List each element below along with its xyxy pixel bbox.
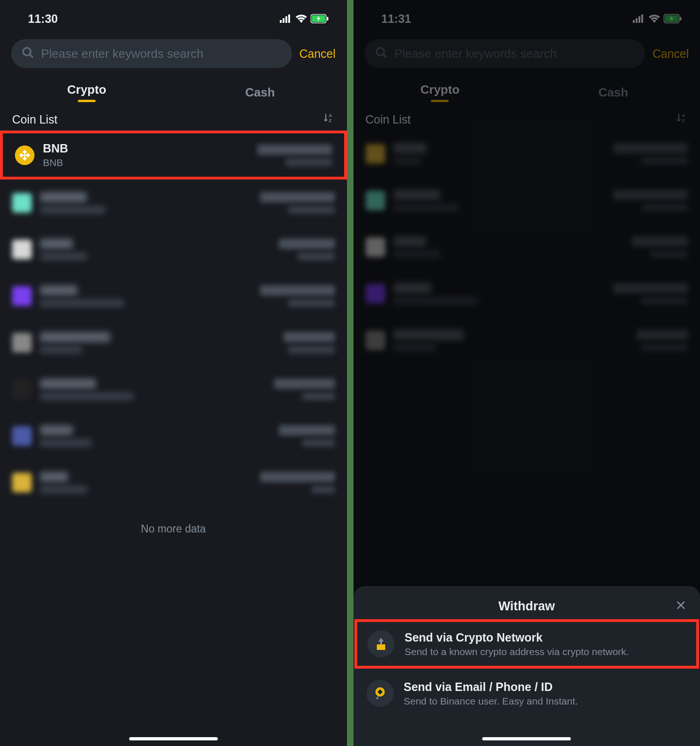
coin-icon-blur [12, 473, 32, 492]
tab-cash[interactable]: Cash [173, 76, 347, 108]
svg-rect-2 [285, 16, 287, 23]
bnb-icon [15, 145, 35, 165]
coin-balance [637, 330, 688, 351]
coin-balance [632, 236, 688, 258]
svg-rect-17 [680, 17, 681, 21]
coin-icon-blur [366, 144, 385, 164]
coin-list: BNB BNB [0, 131, 347, 552]
coin-info [394, 283, 605, 304]
tabs: Crypto Cash [353, 76, 700, 108]
coin-row-blur[interactable] [0, 366, 347, 413]
coin-info [40, 285, 252, 307]
svg-rect-6 [327, 17, 328, 21]
status-bar: 11:30 [0, 0, 347, 33]
coin-list [353, 131, 700, 364]
search-row: Cancel [0, 33, 347, 72]
svg-line-19 [383, 55, 386, 58]
send-user-icon [367, 680, 394, 707]
coin-row-blur[interactable] [0, 413, 347, 459]
coin-row-blur[interactable] [0, 459, 347, 506]
sheet-header: Withdraw [353, 599, 700, 619]
cancel-button[interactable]: Cancel [652, 47, 689, 61]
coin-list-header: Coin List AZ [353, 108, 700, 131]
tab-label: Cash [598, 85, 628, 100]
coin-row-blur[interactable] [353, 317, 700, 364]
battery-charging-icon [311, 14, 328, 23]
svg-text:Z: Z [682, 118, 685, 123]
sheet-title: Withdraw [499, 599, 555, 614]
search-icon [21, 46, 35, 61]
option-sub: Send to Binance user. Easy and Instant. [404, 696, 687, 707]
search-box[interactable] [365, 39, 645, 68]
coin-info: BNB BNB [43, 142, 249, 168]
coin-name: BNB [43, 142, 249, 155]
cancel-button[interactable]: Cancel [299, 47, 336, 61]
tab-label: Crypto [420, 83, 459, 97]
phone-left: 11:30 Cancel Crypto Cash [0, 0, 347, 746]
sort-az-icon[interactable]: AZ [676, 112, 688, 127]
status-time: 11:30 [28, 12, 58, 26]
coin-list-header: Coin List AZ [0, 108, 347, 131]
svg-rect-14 [641, 14, 643, 23]
svg-point-7 [23, 48, 31, 55]
coin-icon-blur [12, 240, 32, 259]
coin-info [40, 472, 252, 493]
option-send-crypto-network[interactable]: Send via Crypto Network Send to a known … [354, 619, 700, 669]
svg-rect-24 [377, 644, 385, 650]
option-send-email-phone-id[interactable]: Send via Email / Phone / ID Send to Bina… [353, 669, 700, 718]
coin-row-blur[interactable] [0, 273, 347, 319]
wifi-icon [649, 14, 660, 23]
tab-label: Crypto [67, 83, 106, 97]
sort-az-icon[interactable]: AZ [323, 112, 335, 127]
coin-info [394, 190, 605, 211]
coin-balance [279, 239, 335, 260]
coin-icon-blur [366, 237, 385, 257]
svg-rect-3 [288, 14, 290, 23]
coin-balance [257, 145, 332, 166]
coin-list-title: Coin List [366, 113, 411, 126]
coin-icon-blur [366, 284, 385, 304]
home-indicator[interactable] [482, 737, 571, 740]
svg-rect-11 [633, 20, 635, 23]
coin-info [40, 379, 266, 400]
option-text: Send via Email / Phone / ID Send to Bina… [404, 680, 687, 707]
coin-row-blur[interactable] [0, 319, 347, 366]
balance-sub-blur [285, 159, 332, 166]
svg-rect-12 [636, 18, 638, 23]
coin-row-blur[interactable] [353, 270, 700, 317]
coin-icon-blur [12, 286, 32, 306]
svg-text:Z: Z [329, 118, 332, 123]
coin-info [40, 239, 270, 260]
coin-icon-blur [12, 426, 32, 446]
coin-row-blur[interactable] [353, 131, 700, 177]
tab-cash[interactable]: Cash [527, 76, 700, 108]
tab-indicator [431, 100, 449, 102]
coin-balance [284, 332, 335, 353]
coin-info [394, 143, 605, 165]
no-more-footer: No more data [0, 506, 347, 552]
coin-row-blur[interactable] [0, 226, 347, 273]
upload-wallet-icon [367, 630, 395, 657]
search-input[interactable] [395, 47, 635, 61]
coin-info [40, 425, 270, 447]
coin-row-blur[interactable] [0, 180, 347, 226]
coin-row-blur[interactable] [353, 224, 700, 270]
close-icon[interactable] [675, 599, 687, 613]
tab-label: Cash [245, 85, 275, 100]
svg-rect-1 [283, 18, 284, 23]
status-icons [280, 14, 328, 23]
tab-crypto[interactable]: Crypto [353, 76, 527, 108]
coin-icon-blur [12, 333, 32, 352]
coin-row-bnb[interactable]: BNB BNB [0, 131, 347, 180]
svg-text:A: A [329, 113, 332, 118]
coin-balance [279, 425, 335, 447]
search-input[interactable] [41, 47, 282, 61]
status-time: 11:31 [381, 12, 411, 26]
search-icon [375, 46, 388, 61]
home-indicator[interactable] [129, 737, 218, 740]
coin-icon-blur [12, 193, 32, 213]
coin-row-blur[interactable] [353, 177, 700, 224]
tab-crypto[interactable]: Crypto [0, 76, 173, 108]
coin-balance [274, 379, 335, 400]
search-box[interactable] [11, 39, 292, 68]
